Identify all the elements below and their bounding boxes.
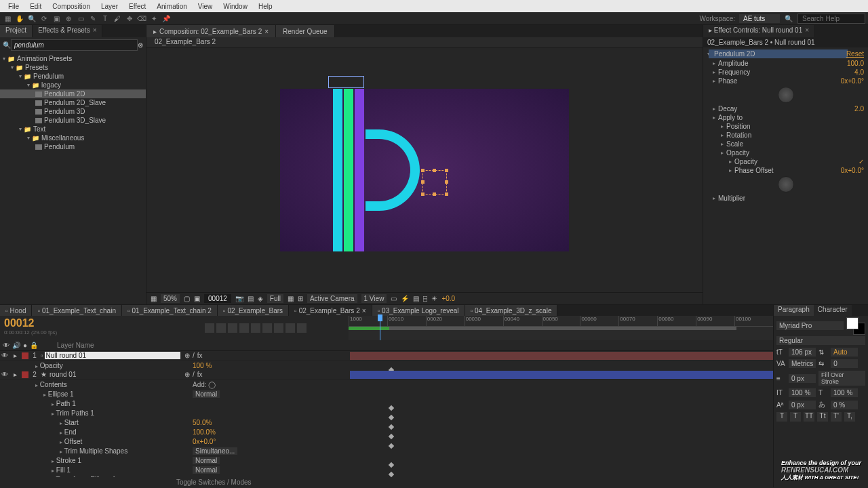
tree-item[interactable]: ▾📁 Text <box>0 125 146 134</box>
effect-property-row[interactable]: ▸Frequency4.0 <box>703 68 868 77</box>
timeline-tab[interactable]: ▫01_Example_Text_chain 2 <box>122 305 218 316</box>
text-transform-button[interactable]: T <box>776 412 787 422</box>
color-swatch[interactable] <box>846 317 865 333</box>
effect-property-row[interactable]: ▸Amplitude100.0 <box>703 59 868 68</box>
effect-property-row[interactable]: ▸Scale <box>703 140 868 148</box>
pen-tool-icon[interactable]: ✎ <box>88 14 98 23</box>
project-tab[interactable]: Project <box>0 25 33 37</box>
graph-editor-icon[interactable] <box>262 323 272 333</box>
property-row[interactable]: ▸ End100.0% <box>0 427 773 436</box>
resolution-dropdown[interactable]: Full <box>267 294 283 303</box>
font-size-input[interactable]: 106 px <box>789 348 816 357</box>
mask-icon[interactable]: ▣ <box>194 295 200 302</box>
timeline-tab[interactable]: ▫01_Example_Text_chain <box>32 305 122 316</box>
tsume-input[interactable]: 0 % <box>831 401 858 409</box>
tree-item[interactable]: ▾📁 Miscellaneous <box>0 134 146 142</box>
timeline-tab[interactable]: ▫04_Example_3D_z_scale <box>465 305 558 316</box>
composition-tab[interactable]: ▸Composition: 02_Example_Bars 2× <box>146 25 276 37</box>
workspace-dropdown[interactable]: AE tuts <box>739 14 780 23</box>
search-icon[interactable] <box>205 323 214 333</box>
layer-row[interactable]: 👁▸2★round 01⊕/fx <box>0 370 773 380</box>
menu-help[interactable]: Help <box>253 3 278 10</box>
font-style-dropdown[interactable]: Regular <box>776 336 865 345</box>
tree-item[interactable]: Pendulum <box>0 142 146 151</box>
tree-item[interactable]: Pendulum 3D <box>0 107 146 116</box>
audio-column-icon[interactable]: 🔊 <box>12 342 20 349</box>
comp-subtab[interactable]: 02_Example_Bars 2 <box>149 37 221 47</box>
null-object-handle[interactable] <box>422 170 447 195</box>
camera-dropdown[interactable]: Active Camera <box>307 294 357 303</box>
menu-file[interactable]: File <box>3 3 24 10</box>
exposure-value[interactable]: +0.0 <box>441 295 455 302</box>
rotate-tool-icon[interactable]: ⟳ <box>39 14 49 23</box>
property-row[interactable]: ▸ Path 1 <box>0 399 773 408</box>
toggle-switches-button[interactable]: Toggle Switches / Modes <box>0 477 773 487</box>
camera-tool-icon[interactable]: ▣ <box>52 14 61 23</box>
timeline-tab[interactable]: ▫Hood <box>0 305 32 316</box>
effect-property-row[interactable]: ▸Rotation <box>703 131 868 140</box>
tree-item[interactable]: Pendulum 2D <box>0 89 146 98</box>
property-row[interactable]: ▸ Trim Multiple ShapesSimultaneo... <box>0 446 773 455</box>
effect-property-row[interactable]: ▸Opacity <box>703 148 868 157</box>
property-row[interactable]: ▸ Trim Paths 1 <box>0 408 773 418</box>
view-dropdown[interactable]: 1 View <box>361 294 387 303</box>
timeline-ruler[interactable]: 1000000100002000030000400005000060000700… <box>349 316 773 340</box>
character-tab[interactable]: Character <box>814 305 852 316</box>
current-time-input[interactable]: 00012 <box>204 294 231 303</box>
visibility-column-icon[interactable]: 👁 <box>3 342 9 349</box>
snapshot-icon[interactable]: 📷 <box>235 295 243 302</box>
property-row[interactable]: ▸ Stroke 1Normal <box>0 455 773 465</box>
pixel-aspect-icon[interactable]: ▭ <box>391 295 397 302</box>
zoom-dropdown[interactable]: 50% <box>161 294 180 303</box>
exposure-reset-icon[interactable]: ☀ <box>431 295 437 302</box>
zoom-tool-icon[interactable]: 🔍 <box>27 14 37 23</box>
timeline-tab[interactable]: ▫03_Example Logo_reveal <box>372 305 465 316</box>
eraser-tool-icon[interactable]: ⌫ <box>137 14 146 23</box>
transparency-icon[interactable]: ▦ <box>288 295 294 302</box>
menu-effect[interactable]: Effect <box>123 3 151 10</box>
tree-item[interactable]: Pendulum 3D_Slave <box>0 116 146 125</box>
menu-view[interactable]: View <box>193 3 218 10</box>
shy-icon[interactable] <box>297 323 307 333</box>
lock-column-icon[interactable]: 🔒 <box>30 342 38 349</box>
text-transform-button[interactable]: TT <box>804 412 814 422</box>
tree-item[interactable]: Pendulum 2D_Slave <box>0 98 146 107</box>
alpha-icon[interactable]: ▢ <box>184 295 190 302</box>
reset-button[interactable]: Reset <box>846 50 864 58</box>
timeline-tab[interactable]: ▫02_Example_Bars 2 × <box>289 305 372 316</box>
effect-property-row[interactable]: ▸Phase Offset0x+0.0° <box>703 166 868 175</box>
stroke-width-input[interactable]: 0 px <box>789 374 816 383</box>
grid-icon[interactable]: ▦ <box>151 295 157 302</box>
effect-controls-tab[interactable]: ▸ Effect Controls: Null round 01× <box>703 25 815 37</box>
phase-dial[interactable] <box>778 87 794 103</box>
effect-title-row[interactable]: ▾ Pendulum 2D Reset <box>703 49 868 59</box>
text-transform-button[interactable]: Tt <box>817 412 828 422</box>
property-row[interactable]: ▸ Offset0x+0.0° <box>0 436 773 446</box>
property-row[interactable]: ▸ Opacity100 % <box>0 361 773 370</box>
auto-keyframe-icon[interactable] <box>285 323 295 333</box>
menu-animation[interactable]: Animation <box>151 3 192 10</box>
leading-input[interactable]: Auto <box>831 348 858 357</box>
search-help-input[interactable] <box>797 14 865 24</box>
tree-item[interactable]: ▾📁 Animation Presets <box>0 54 146 63</box>
clear-search-icon[interactable]: ⊗ <box>138 41 143 49</box>
text-transform-button[interactable]: T' <box>831 412 842 422</box>
timeline-icon[interactable]: ▤ <box>413 295 419 302</box>
font-family-dropdown[interactable]: Myriad Pro <box>776 321 844 330</box>
motion-blur-icon[interactable] <box>251 323 260 333</box>
effect-property-row[interactable]: ▸Multiplier <box>703 194 868 203</box>
hand-tool-icon[interactable]: ✋ <box>15 14 24 23</box>
viewer[interactable] <box>146 48 703 292</box>
fast-preview-icon[interactable]: ⚡ <box>401 295 409 302</box>
property-row[interactable]: ▸ Ellipse 1Normal <box>0 389 773 399</box>
hscale-input[interactable]: 100 % <box>831 388 858 397</box>
menu-composition[interactable]: Composition <box>47 3 96 10</box>
paragraph-tab[interactable]: Paragraph <box>774 305 814 316</box>
text-transform-button[interactable]: T <box>790 412 801 422</box>
layer-row[interactable]: 👁▸1▫Null round 01⊕/fx <box>0 351 773 361</box>
work-area-bar[interactable] <box>349 327 736 330</box>
puppet-tool-icon[interactable]: 📌 <box>161 14 171 23</box>
tree-item[interactable]: ▾📁 legacy <box>0 81 146 89</box>
tree-item[interactable]: ▾📁 Pendulum <box>0 72 146 81</box>
timeline-timecode[interactable]: 00012 <box>4 317 199 329</box>
